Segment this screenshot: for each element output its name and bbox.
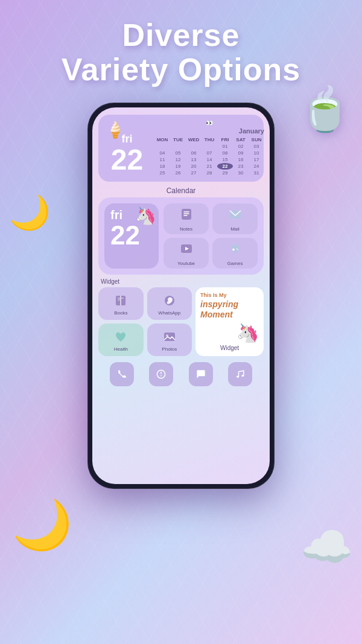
ice-cream-icon: 🍦: [106, 121, 125, 139]
notes-label: Notes: [180, 226, 192, 232]
dock-compass-icon[interactable]: [149, 362, 173, 386]
games-label: Games: [227, 261, 243, 266]
widget-bottom-row: Books Health: [98, 287, 264, 356]
calendar-widget: 🍦 fri 22 👀 January MON TUE WED THU FRI S…: [98, 115, 264, 182]
mail-symbol: [228, 207, 243, 225]
cal-thu: THU: [202, 136, 217, 143]
youtube-symbol: [179, 241, 194, 260]
svg-rect-0: [182, 209, 191, 220]
games-symbol: [228, 241, 243, 260]
dock-music-icon[interactable]: [228, 362, 252, 386]
books-label: Books: [114, 310, 127, 316]
cal-week5: 25 26 27 28 29 30 31: [154, 170, 264, 176]
cal-tue: TUE: [170, 136, 186, 143]
deco-unicorn-cloud-icon: ☁️: [300, 522, 353, 572]
cal-week1: 01 02 03: [154, 143, 264, 150]
widget-icon-label: Widget: [200, 345, 259, 351]
photos-symbol: [162, 330, 177, 346]
date-section: 🍦 fri 22: [104, 120, 150, 177]
widget-section-label: Widget: [92, 278, 270, 285]
deco-unicorn-cup-icon: 🍵: [299, 84, 351, 134]
whatsapp-symbol: [162, 293, 177, 310]
page-title: Diverse Variety Options: [12, 18, 350, 87]
svg-point-10: [237, 249, 238, 250]
notes-app-icon[interactable]: Notes: [164, 203, 209, 234]
widget-card: 🦄 fri 22: [98, 197, 264, 275]
inspiring-widget: This Is My inspyring Moment 🦄 Widget: [195, 287, 264, 356]
svg-point-22: [242, 374, 244, 376]
calendar-month: January: [154, 127, 264, 135]
calendar-grid: 👀 January MON TUE WED THU FRI SAT SUN: [154, 120, 264, 177]
widget-num: 22: [110, 222, 140, 249]
dock-phone-icon[interactable]: [110, 362, 134, 386]
whatsapp-app-icon[interactable]: WhatsApp: [147, 287, 192, 320]
cal-fri: FRI: [217, 136, 233, 143]
youtube-app-icon[interactable]: Youtube: [164, 238, 209, 269]
inspiring-unicorn-icon: 🦄: [200, 322, 259, 343]
inspiring-text: inspyring Moment: [200, 299, 259, 320]
deco-moon-stars-icon: 🌙: [12, 497, 72, 553]
mail-label: Mail: [230, 226, 240, 232]
dock: [98, 359, 264, 390]
cal-eyes-icon: 👀: [154, 120, 264, 126]
books-symbol: [113, 293, 128, 310]
inspiring-title: This Is My: [200, 292, 259, 298]
svg-rect-16: [164, 333, 175, 341]
widget-date-block: 🦄 fri 22: [104, 203, 159, 269]
phone-screen: 🍦 fri 22 👀 January MON TUE WED THU FRI S…: [92, 107, 270, 484]
mail-app-icon[interactable]: Mail: [212, 203, 258, 234]
photos-label: Photos: [162, 346, 177, 352]
svg-marker-19: [160, 371, 162, 374]
cal-mon: MON: [154, 136, 170, 143]
phone-frame: 🍦 fri 22 👀 January MON TUE WED THU FRI S…: [87, 103, 275, 489]
calendar-header: MON TUE WED THU FRI SAT SUN: [154, 136, 264, 143]
health-app-icon[interactable]: Health: [98, 324, 144, 356]
cal-wed: WED: [186, 136, 202, 143]
calendar-section-label: Calendar: [92, 187, 270, 195]
day-number: 22: [111, 145, 143, 174]
health-label: Health: [114, 346, 128, 352]
svg-point-9: [236, 248, 237, 249]
widget-unicorn-icon: 🦄: [135, 206, 156, 226]
title-section: Diverse Variety Options: [0, 0, 362, 93]
deco-unicorn-moon-icon: 🌙: [9, 193, 51, 232]
youtube-label: Youtube: [177, 261, 195, 266]
phone-mockup: 🍦 fri 22 👀 January MON TUE WED THU FRI S…: [87, 103, 275, 489]
cal-week2: 04 05 06 07 08 09 10: [154, 150, 264, 156]
apps-grid: Notes Mail: [164, 203, 258, 269]
cal-sat: SAT: [233, 136, 249, 143]
books-app-icon[interactable]: Books: [98, 287, 144, 320]
svg-point-21: [237, 375, 238, 377]
cal-week4: 18 19 20 21 22 23 24: [154, 163, 264, 170]
notes-symbol: [179, 207, 194, 225]
games-app-icon[interactable]: Games: [212, 238, 258, 269]
whatsapp-label: WhatsApp: [158, 310, 180, 316]
cal-week3: 11 12 13 14 15 16 17: [154, 156, 264, 163]
cal-sun: SUN: [249, 136, 264, 143]
dock-chat-icon[interactable]: [189, 362, 213, 386]
health-symbol: [113, 330, 128, 346]
svg-marker-20: [160, 374, 162, 377]
photos-app-icon[interactable]: Photos: [147, 324, 192, 356]
